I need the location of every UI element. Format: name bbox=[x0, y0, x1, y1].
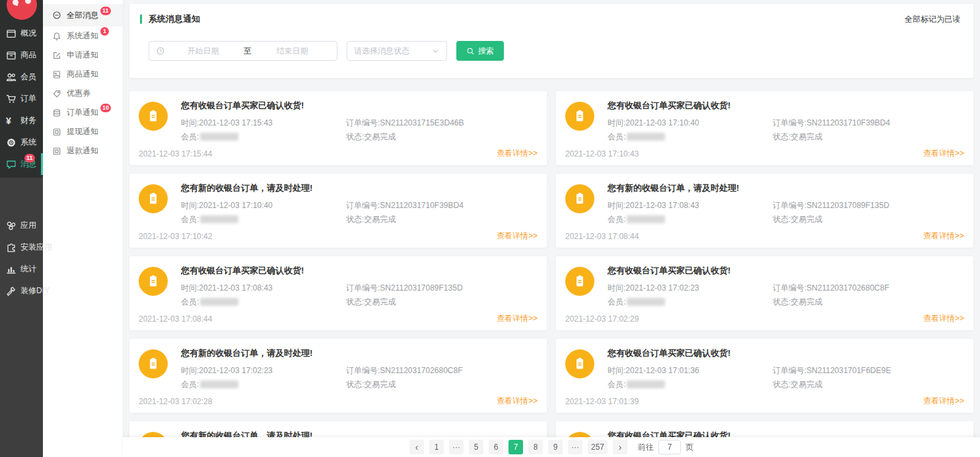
sidebar-item-members[interactable]: 会员 bbox=[0, 66, 43, 88]
category-label: 优惠券 bbox=[67, 88, 90, 99]
message-status-select[interactable]: 请选择消息状态 bbox=[347, 41, 447, 61]
page-button-6[interactable]: 6 bbox=[489, 440, 503, 454]
message-date: 2021-12-03 17:08:44 bbox=[565, 232, 639, 241]
header-panel: 系统消息通知 全部标记为已读 开始日期 至 结束日期 请选择消息状态 搜索 bbox=[129, 4, 973, 78]
page-ellipsis[interactable]: ··· bbox=[568, 440, 582, 454]
sidebar-item-label: 安装应用 bbox=[20, 242, 52, 253]
message-time: 时间:2021-12-03 17:10:40 bbox=[181, 199, 346, 213]
redacted-member-name bbox=[627, 380, 665, 388]
page-button-5[interactable]: 5 bbox=[469, 440, 483, 454]
main-content: 系统消息通知 全部标记为已读 开始日期 至 结束日期 请选择消息状态 搜索 bbox=[123, 0, 980, 457]
order-message-icon bbox=[565, 267, 594, 296]
sidebar-item-label: 装修DIY bbox=[20, 285, 50, 297]
sidebar-item-finance[interactable]: ¥财务 bbox=[0, 110, 43, 131]
page-button-7[interactable]: 7 bbox=[508, 440, 523, 454]
system-icon bbox=[6, 137, 17, 148]
coupon-icon bbox=[52, 89, 61, 98]
sidebar-item-statistics[interactable]: 统计 bbox=[0, 258, 43, 280]
page-button-9[interactable]: 9 bbox=[548, 440, 563, 454]
pager: ‹1···56789···257› bbox=[409, 440, 627, 454]
date-start-placeholder: 开始日期 bbox=[165, 46, 241, 57]
view-detail-link[interactable]: 查看详情>> bbox=[497, 313, 538, 324]
message-status: 状态:交易完成 bbox=[346, 378, 538, 392]
page-button-257[interactable]: 257 bbox=[588, 440, 608, 454]
category-coupon[interactable]: 优惠券 bbox=[43, 84, 123, 103]
sidebar-item-label: 统计 bbox=[20, 264, 36, 275]
statistics-icon bbox=[6, 264, 17, 275]
message-order-no: 订单编号:SN2112031715E3D46B bbox=[346, 116, 538, 130]
sidebar-item-decorate-diy[interactable]: 装修DIY bbox=[0, 280, 43, 302]
category-label: 退款通知 bbox=[67, 145, 98, 157]
title-accent-bar bbox=[140, 15, 142, 24]
message-order-no: 订单编号:SN2112031710F39BD4 bbox=[346, 199, 538, 213]
message-order-no: 订单编号:SN2112031701F6DE9E bbox=[773, 364, 964, 378]
date-separator: 至 bbox=[241, 46, 254, 57]
sidebar-item-apps[interactable]: 应用 bbox=[0, 215, 43, 236]
message-member: 会员: bbox=[181, 378, 346, 392]
category-withdraw-notice[interactable]: 提现通知 bbox=[43, 122, 123, 141]
message-title: 您有收银台订单买家已确认收货! bbox=[181, 265, 538, 277]
view-detail-link[interactable]: 查看详情>> bbox=[923, 148, 964, 159]
search-button[interactable]: 搜索 bbox=[456, 41, 504, 61]
overview-icon bbox=[6, 28, 17, 39]
category-order-notice[interactable]: 订单通知10 bbox=[43, 103, 123, 122]
date-range-input[interactable]: 开始日期 至 结束日期 bbox=[149, 41, 337, 61]
page-button-8[interactable]: 8 bbox=[528, 440, 543, 454]
goto-page-input[interactable] bbox=[658, 440, 681, 454]
apply-notice-icon bbox=[52, 51, 61, 60]
category-label: 全部消息 bbox=[67, 10, 98, 21]
prev-page-button[interactable]: ‹ bbox=[409, 440, 424, 454]
view-detail-link[interactable]: 查看详情>> bbox=[923, 230, 964, 242]
order-message-icon bbox=[139, 184, 168, 213]
message-order-no: 订单编号:SN21120317089F135D bbox=[346, 281, 538, 295]
category-label: 系统通知 bbox=[67, 30, 98, 42]
pagination-bar: ‹1···56789···257› 前往 页 bbox=[123, 437, 980, 457]
message-card-list: 您有收银台订单买家已确认收货! 时间:2021-12-03 17:15:43 会… bbox=[129, 91, 973, 457]
view-detail-link[interactable]: 查看详情>> bbox=[497, 396, 538, 407]
unread-badge: 11 bbox=[24, 154, 35, 162]
category-refund-notice[interactable]: 退款通知 bbox=[43, 141, 123, 160]
sidebar-item-system[interactable]: 系统 bbox=[0, 131, 43, 153]
sidebar-item-messages[interactable]: 消息11 bbox=[0, 153, 43, 175]
page-ellipsis[interactable]: ··· bbox=[449, 440, 464, 454]
goto-label-suffix: 页 bbox=[685, 442, 693, 453]
view-detail-link[interactable]: 查看详情>> bbox=[923, 313, 964, 324]
message-order-no: 订单编号:SN2112031702680C8F bbox=[773, 281, 964, 295]
mark-all-read-link[interactable]: 全部标记为已读 bbox=[905, 14, 960, 25]
message-status: 状态:交易完成 bbox=[773, 213, 964, 227]
message-card: 您有收银台订单买家已确认收货! 时间:2021-12-03 17:10:40 会… bbox=[556, 91, 973, 165]
category-all-messages[interactable]: 全部消息11 bbox=[43, 4, 123, 26]
sidebar-item-overview[interactable]: 概况 bbox=[0, 22, 43, 44]
message-order-no: 订单编号:SN2112031710F39BD4 bbox=[773, 116, 964, 130]
sidebar-item-goods[interactable]: 商品 bbox=[0, 44, 43, 66]
sidebar-item-install-apps[interactable]: 安装应用 bbox=[0, 236, 43, 258]
sidebar-item-label: 商品 bbox=[20, 50, 36, 61]
view-detail-link[interactable]: 查看详情>> bbox=[497, 230, 538, 242]
members-icon bbox=[6, 72, 17, 83]
category-apply-notice[interactable]: 申请通知 bbox=[43, 46, 123, 65]
message-card: 您有新的收银台订单，请及时处理! 时间:2021-12-03 17:10:40 … bbox=[129, 174, 547, 248]
goto-page: 前往 页 bbox=[638, 440, 693, 454]
withdraw-notice-icon bbox=[52, 127, 61, 137]
orders-icon bbox=[6, 94, 17, 104]
app-logo[interactable] bbox=[7, 0, 37, 20]
view-detail-link[interactable]: 查看详情>> bbox=[923, 396, 964, 407]
category-system-notice[interactable]: 系统通知1 bbox=[43, 26, 123, 46]
message-title: 您有收银台订单买家已确认收货! bbox=[608, 347, 964, 359]
message-member: 会员: bbox=[181, 213, 346, 227]
category-goods-notice[interactable]: 商品通知 bbox=[43, 65, 123, 84]
sidebar-item-orders[interactable]: 订单 bbox=[0, 88, 43, 110]
view-detail-link[interactable]: 查看详情>> bbox=[497, 148, 538, 159]
sidebar-item-label: 订单 bbox=[20, 93, 36, 104]
message-time: 时间:2021-12-03 17:15:43 bbox=[181, 116, 346, 130]
sidebar-item-label: 概况 bbox=[20, 28, 36, 39]
refund-notice-icon bbox=[52, 147, 61, 156]
message-time: 时间:2021-12-03 17:08:43 bbox=[608, 199, 773, 213]
message-member: 会员: bbox=[608, 295, 773, 309]
next-page-button[interactable]: › bbox=[613, 440, 627, 454]
page-button-1[interactable]: 1 bbox=[429, 440, 444, 454]
message-member: 会员: bbox=[181, 130, 346, 144]
category-label: 申请通知 bbox=[67, 50, 98, 61]
goods-icon bbox=[6, 50, 17, 61]
message-time: 时间:2021-12-03 17:02:23 bbox=[608, 281, 773, 295]
